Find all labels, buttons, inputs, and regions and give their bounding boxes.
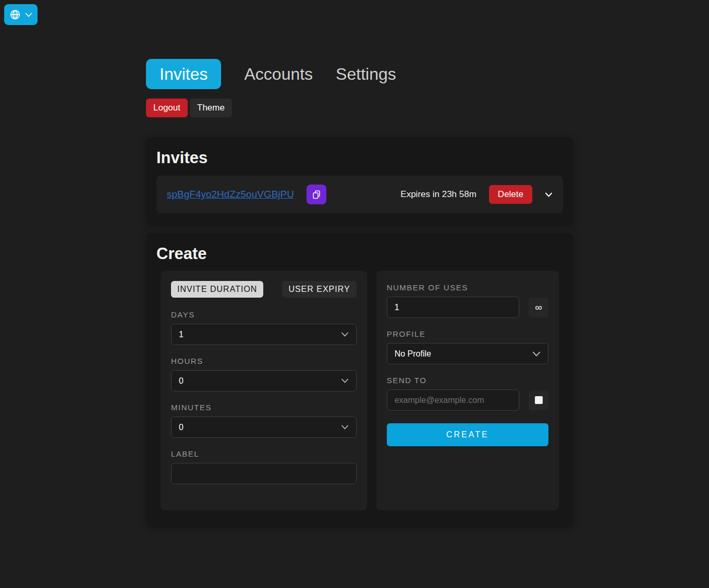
- days-select[interactable]: 1: [171, 324, 357, 345]
- create-invite-button[interactable]: CREATE: [387, 423, 548, 446]
- chevron-down-icon: [341, 378, 349, 383]
- minutes-select-value: 0: [179, 423, 184, 432]
- minutes-label: MINUTES: [171, 403, 357, 412]
- duration-mode-tabs: INVITE DURATION USER EXPIRY: [171, 281, 357, 298]
- main-content: Invites Accounts Settings Logout Theme I…: [146, 0, 573, 525]
- session-row: Logout Theme: [146, 99, 573, 117]
- invites-card: Invites spBgF4yo2HdZz5ouVGBjPU Expires i…: [146, 137, 573, 224]
- tab-invites[interactable]: Invites: [146, 59, 221, 89]
- create-card: Create INVITE DURATION USER EXPIRY DAYS …: [146, 233, 573, 525]
- uses-row: ∞: [387, 292, 548, 318]
- chevron-down-icon: [532, 351, 541, 357]
- hours-select[interactable]: 0: [171, 370, 357, 391]
- profile-select[interactable]: No Profile: [387, 343, 548, 364]
- hours-select-value: 0: [179, 376, 184, 386]
- chevron-down-icon: [341, 332, 349, 337]
- label-input[interactable]: [171, 463, 357, 484]
- hours-label: HOURS: [171, 357, 357, 365]
- chevron-down-icon: [25, 13, 32, 17]
- invite-code-link[interactable]: spBgF4yo2HdZz5ouVGBjPU: [167, 189, 294, 200]
- create-card-title: Create: [156, 243, 563, 263]
- tab-accounts[interactable]: Accounts: [244, 59, 313, 89]
- chevron-down-icon: [341, 425, 349, 430]
- globe-icon: [9, 9, 21, 20]
- infinite-uses-button[interactable]: ∞: [529, 298, 548, 317]
- duration-panel: INVITE DURATION USER EXPIRY DAYS 1 HOURS…: [161, 271, 367, 510]
- theme-button[interactable]: Theme: [190, 99, 232, 117]
- number-of-uses-label: NUMBER OF USES: [387, 283, 548, 292]
- tab-settings[interactable]: Settings: [336, 59, 396, 89]
- days-label: DAYS: [171, 310, 357, 319]
- send-to-checkbox[interactable]: [529, 390, 548, 410]
- send-to-label: SEND TO: [387, 376, 548, 385]
- days-select-value: 1: [179, 330, 184, 339]
- send-to-input[interactable]: [387, 389, 519, 411]
- logout-button[interactable]: Logout: [146, 99, 188, 117]
- send-to-row: [387, 385, 548, 411]
- copy-icon: [312, 190, 321, 199]
- nav-tabs: Invites Accounts Settings: [146, 59, 573, 89]
- invite-expand-button[interactable]: [545, 192, 553, 197]
- number-of-uses-input[interactable]: [387, 297, 519, 318]
- invite-row-right: Expires in 23h 58m Delete: [400, 185, 553, 204]
- invites-card-title: Invites: [156, 148, 563, 167]
- invite-expiry-text: Expires in 23h 58m: [400, 189, 476, 200]
- chevron-down-icon: [545, 192, 553, 197]
- profile-label: PROFILE: [387, 329, 548, 338]
- delete-invite-button[interactable]: Delete: [489, 185, 532, 204]
- label-label: LABEL: [171, 449, 357, 458]
- tab-user-expiry[interactable]: USER EXPIRY: [282, 281, 356, 298]
- minutes-select[interactable]: 0: [171, 416, 357, 438]
- copy-invite-button[interactable]: [307, 185, 326, 204]
- options-panel: NUMBER OF USES ∞ PROFILE No Profile SEND…: [376, 271, 559, 510]
- checkbox-checked-icon: [535, 396, 543, 404]
- create-panels: INVITE DURATION USER EXPIRY DAYS 1 HOURS…: [156, 271, 563, 510]
- tab-invite-duration[interactable]: INVITE DURATION: [171, 281, 263, 298]
- infinity-icon: ∞: [535, 302, 542, 313]
- invite-row: spBgF4yo2HdZz5ouVGBjPU Expires in 23h 58…: [156, 176, 563, 213]
- profile-select-value: No Profile: [395, 349, 431, 359]
- language-button[interactable]: [4, 4, 38, 25]
